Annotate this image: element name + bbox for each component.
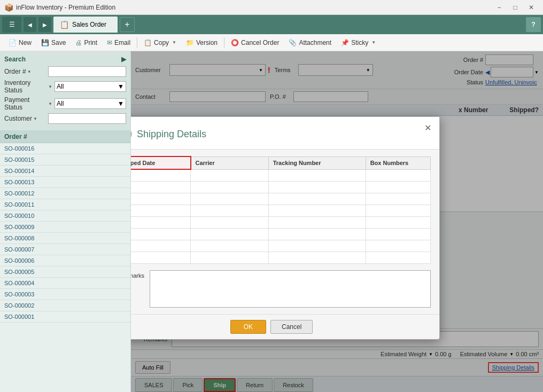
tracking-cell[interactable] [268, 252, 366, 263]
list-item[interactable]: SO-000011 [0, 199, 130, 210]
title-bar: 📦 inFlow Inventory - Premium Edition − □… [0, 0, 543, 15]
carrier-cell[interactable] [191, 205, 269, 216]
order-search-label[interactable]: Order # ▼ [4, 68, 46, 75]
payment-status-label[interactable]: Payment Status ▼ [4, 96, 52, 111]
customer-search-label[interactable]: Customer ▼ [4, 115, 46, 122]
hamburger-icon: ☰ [9, 21, 15, 28]
box-numbers-cell[interactable] [366, 181, 430, 193]
shipped-date-cell[interactable] [131, 216, 191, 228]
minimize-button[interactable]: − [492, 0, 507, 15]
box-numbers-cell[interactable] [366, 216, 430, 228]
shipped-date-cell[interactable] [131, 193, 191, 205]
list-item[interactable]: SO-000003 [0, 289, 130, 300]
list-item[interactable]: SO-000012 [0, 188, 130, 199]
order-search-input[interactable] [48, 66, 126, 77]
modal-footer: OK Cancel [131, 314, 439, 339]
help-button[interactable]: ? [526, 17, 541, 32]
list-item[interactable]: SO-000010 [0, 210, 130, 222]
version-label: Version [196, 39, 218, 46]
cancel-button[interactable]: Cancel [270, 320, 313, 334]
inv-dropdown-arrow: ▼ [118, 83, 124, 90]
ok-button[interactable]: OK [230, 320, 266, 334]
save-label: Save [51, 39, 66, 46]
inv-caret: ▼ [48, 84, 52, 89]
carrier-cell[interactable] [191, 228, 269, 240]
tracking-cell[interactable] [268, 193, 366, 205]
pay-dropdown-arrow: ▼ [118, 100, 124, 107]
order-search-row: Order # ▼ [4, 66, 126, 77]
tracking-cell[interactable] [268, 169, 366, 181]
app-title: inFlow Inventory - Premium Edition [16, 4, 492, 11]
carrier-cell[interactable] [191, 193, 269, 205]
shipped-date-cell[interactable] [131, 252, 191, 263]
shipped-date-cell[interactable] [131, 228, 191, 240]
list-item[interactable]: SO-000005 [0, 266, 130, 278]
shipped-date-cell[interactable] [131, 169, 191, 181]
attachment-label: Attachment [299, 39, 331, 46]
hamburger-menu[interactable]: ☰ [2, 17, 21, 33]
tracking-cell[interactable] [268, 205, 366, 216]
new-tab-button[interactable]: + [120, 17, 135, 32]
modal-body: Shipped Date Carrier Tracking Number Box… [131, 150, 439, 314]
cancel-order-button[interactable]: ⭕ Cancel Order [227, 36, 283, 50]
close-button[interactable]: ✕ [524, 0, 539, 15]
list-item[interactable]: SO-000008 [0, 233, 130, 244]
shipped-date-cell[interactable] [131, 181, 191, 193]
carrier-cell[interactable] [191, 181, 269, 193]
shipping-table: Shipped Date Carrier Tracking Number Box… [131, 156, 431, 264]
box-numbers-cell[interactable] [366, 169, 430, 181]
version-icon: 📁 [186, 39, 194, 46]
carrier-cell[interactable] [191, 169, 269, 181]
box-numbers-cell[interactable] [366, 240, 430, 252]
sticky-icon: 📌 [341, 39, 349, 46]
version-button[interactable]: 📁 Version [182, 36, 222, 50]
inventory-status-dropdown[interactable]: All ▼ [55, 81, 126, 92]
box-numbers-cell[interactable] [366, 228, 430, 240]
list-item[interactable]: SO-000007 [0, 244, 130, 255]
list-item[interactable]: SO-000013 [0, 177, 130, 188]
list-item[interactable]: SO-000004 [0, 278, 130, 289]
new-button[interactable]: 📄 New [4, 36, 36, 50]
list-item[interactable]: SO-000014 [0, 166, 130, 177]
shipped-date-cell[interactable] [131, 240, 191, 252]
carrier-cell[interactable] [191, 252, 269, 263]
tracking-cell[interactable] [268, 181, 366, 193]
save-button[interactable]: 💾 Save [37, 36, 70, 50]
tracking-cell[interactable] [268, 216, 366, 228]
email-button[interactable]: ✉ Email [103, 36, 135, 50]
list-item[interactable]: SO-000006 [0, 255, 130, 266]
list-item[interactable]: SO-000016 [0, 143, 130, 154]
new-icon: 📄 [9, 39, 17, 46]
back-button[interactable]: ◀ [24, 17, 36, 32]
box-numbers-cell[interactable] [366, 193, 430, 205]
list-item[interactable]: SO-000015 [0, 154, 130, 166]
sticky-button[interactable]: 📌 Sticky ▼ [337, 36, 380, 50]
list-item[interactable]: SO-000002 [0, 300, 130, 311]
print-button[interactable]: 🖨 Print [71, 36, 102, 50]
forward-button[interactable]: ▶ [38, 17, 51, 32]
carrier-cell[interactable] [191, 240, 269, 252]
shipped-date-cell[interactable] [131, 205, 191, 216]
modal-remarks-textarea[interactable] [150, 270, 431, 308]
cust-caret: ▼ [33, 116, 37, 121]
inventory-status-label[interactable]: Inventory Status ▼ [4, 79, 52, 94]
customer-search-input[interactable] [48, 113, 126, 124]
copy-label: Copy [154, 39, 169, 46]
box-numbers-cell[interactable] [366, 205, 430, 216]
box-numbers-cell[interactable] [366, 252, 430, 263]
modal-close-button[interactable]: ✕ [422, 122, 433, 133]
tracking-cell[interactable] [268, 240, 366, 252]
tracking-cell[interactable] [268, 228, 366, 240]
table-row [131, 252, 431, 263]
shipping-details-modal: Shipping Details ✕ Shipped Date Carrier … [131, 116, 440, 340]
payment-status-dropdown[interactable]: All ▼ [55, 98, 126, 109]
maximize-button[interactable]: □ [508, 0, 523, 15]
collapse-icon[interactable]: ▶ [121, 56, 126, 63]
attachment-button[interactable]: 📎 Attachment [284, 36, 336, 50]
tracking-number-header: Tracking Number [268, 156, 366, 169]
copy-button[interactable]: 📋 Copy ▼ [139, 36, 181, 50]
list-item[interactable]: SO-000001 [0, 311, 130, 323]
list-item[interactable]: SO-000009 [0, 222, 130, 233]
carrier-cell[interactable] [191, 216, 269, 228]
sales-order-tab[interactable]: 📋 Sales Order [53, 17, 118, 33]
